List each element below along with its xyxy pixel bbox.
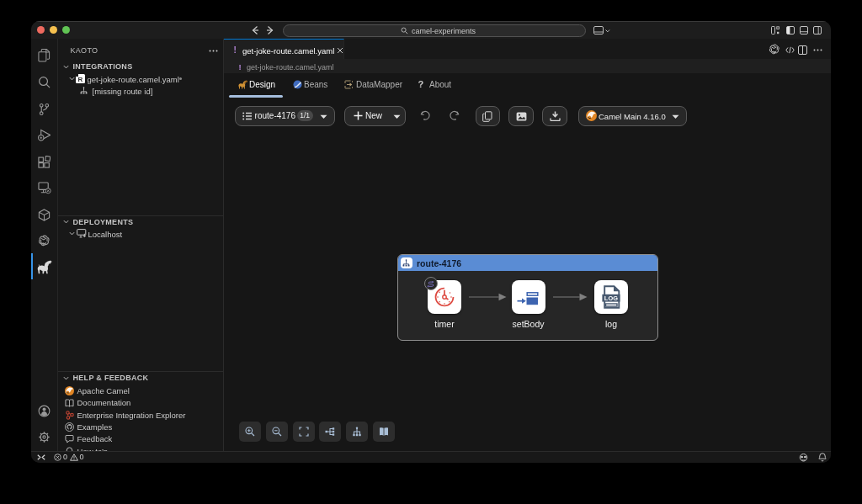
svg-text:LOG: LOG bbox=[604, 294, 619, 302]
